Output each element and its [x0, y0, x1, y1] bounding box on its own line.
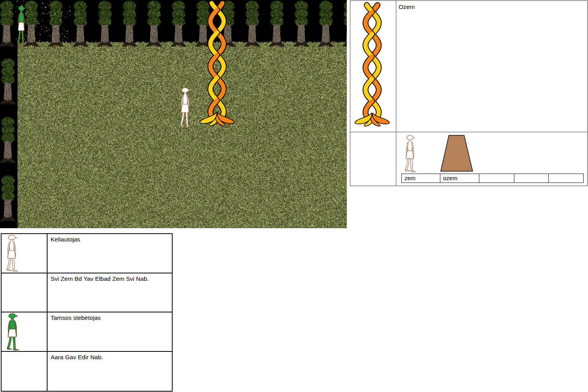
log-row-icon-cell — [2, 234, 48, 273]
log-row-text: Keliautojas — [48, 234, 172, 273]
log-panel: Keliautojas Svi Zem Bd Yav Elbad Zem Svi… — [1, 233, 173, 392]
log-row-text: Tamsos stebėtojas — [48, 312, 172, 352]
traveler-sprite[interactable] — [176, 87, 192, 127]
game-viewport[interactable] — [0, 0, 347, 228]
log-row-text: Svi Zem Bd Yav Elbad Zem Svi Nab. — [48, 273, 172, 313]
slot-cell-3[interactable] — [479, 174, 514, 183]
inspect-panel: Ozem zem ozem — [350, 0, 588, 186]
brown-trapezoid-icon — [440, 135, 473, 172]
inspect-title: Ozem — [396, 1, 587, 132]
log-row-icon-cell — [2, 273, 48, 313]
ozem-twisted-snakes-icon — [353, 2, 392, 129]
inspect-portrait-cell — [350, 1, 396, 132]
log-row-icon-cell — [2, 352, 48, 391]
slot-cell-1[interactable]: zem — [401, 174, 440, 183]
ozem-snakes-sprite[interactable] — [198, 0, 237, 129]
slot-row: zem ozem — [401, 174, 584, 183]
slot-cell-2[interactable]: ozem — [440, 174, 479, 183]
standing-person-icon — [401, 135, 417, 172]
screen: { "inspect_panel": { "title": "Ozem", "p… — [0, 0, 588, 392]
inspect-detail-cell: zem ozem — [396, 133, 587, 186]
log-row-text: Aara Gav Edir Nab. — [48, 352, 172, 391]
slot-cell-5[interactable] — [549, 174, 584, 183]
traveler-figure-icon — [3, 235, 19, 272]
inspect-empty-cell — [350, 133, 396, 186]
slot-cell-4[interactable] — [514, 174, 549, 183]
game-terrain-canvas[interactable] — [0, 0, 347, 228]
green-watcher-sprite[interactable] — [14, 5, 27, 45]
green-watcher-figure-icon — [3, 313, 20, 351]
log-row-icon-cell — [2, 312, 48, 352]
